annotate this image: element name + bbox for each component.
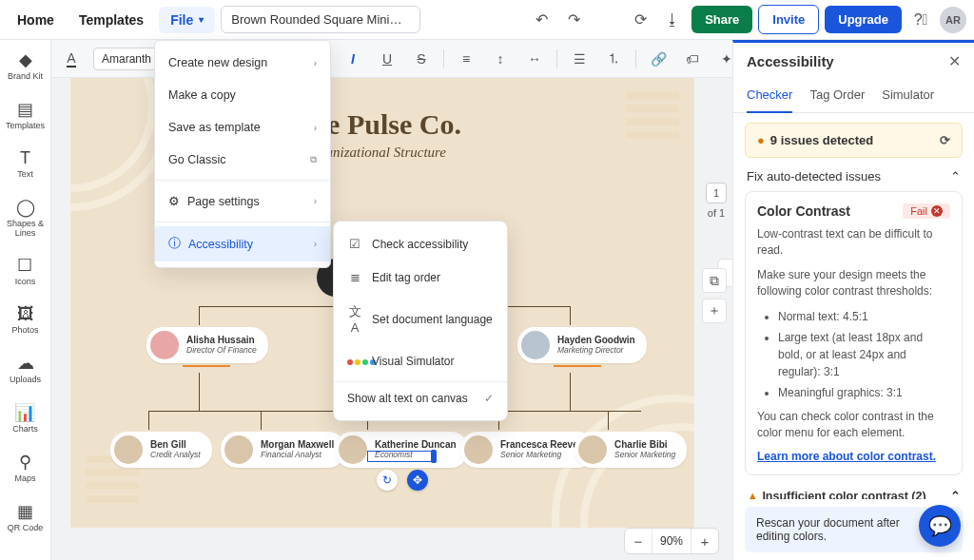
numbered-list-button[interactable]: ⒈ [601, 47, 626, 71]
org-line [570, 306, 571, 325]
sub-issue-header[interactable]: ▲Insufficient color contrast (2) ⌃ [745, 475, 963, 499]
selection-rect[interactable] [367, 451, 434, 462]
avatar [521, 331, 550, 359]
templates-icon: ▤ [17, 99, 33, 120]
file-page-settings[interactable]: ⚙Page settings› [155, 184, 330, 218]
underline-button[interactable]: U [375, 47, 399, 71]
undo-button[interactable]: ↶ [528, 7, 555, 33]
sidebar-qrcode[interactable]: ▦QR Code [6, 497, 46, 537]
sidebar-photos[interactable]: 🖼Photos [10, 300, 40, 339]
avatar [224, 435, 253, 464]
move-action-icon[interactable]: ✥ [407, 470, 428, 491]
org-card[interactable]: Katherine DuncanEconomist [335, 432, 468, 468]
org-line [199, 306, 200, 325]
accessibility-panel: Accessibility ✕ Checker Tag Order Simula… [732, 40, 974, 560]
tab-checker[interactable]: Checker [747, 80, 792, 113]
zoom-value[interactable]: 90% [652, 529, 692, 553]
accessibility-title: Accessibility [747, 53, 834, 69]
submenu-visual-simulator[interactable]: Visual Simulator [334, 344, 507, 377]
templates-link[interactable]: Templates [69, 7, 153, 33]
sidebar-charts[interactable]: 📊Charts [10, 398, 40, 438]
strikethrough-button[interactable]: S [409, 47, 434, 71]
zoom-in-button[interactable]: + [692, 529, 718, 553]
accessibility-submenu: ☑Check accessibility ≣Edit tag order 文AS… [333, 221, 508, 421]
chat-fab[interactable]: 💬 [919, 505, 961, 547]
bullet-list-button[interactable]: ☰ [567, 47, 592, 71]
resize-handle[interactable] [431, 450, 437, 463]
sidebar-brand-kit[interactable]: ◆Brand Kit [6, 46, 45, 86]
sidebar-icons[interactable]: ☐Icons [13, 251, 38, 291]
selection-actions: ↻ ✥ [377, 470, 428, 491]
refresh-issues-button[interactable]: ⟳ [940, 133, 950, 147]
tag-button[interactable]: 🏷 [680, 47, 705, 71]
sidebar-text[interactable]: TText [15, 145, 35, 183]
file-accessibility[interactable]: ⓘAccessibility› [155, 226, 330, 261]
line-height-button[interactable]: ↕ [488, 47, 513, 71]
accessibility-icon: ⓘ [168, 236, 181, 252]
sidebar-templates[interactable]: ▤Templates [4, 95, 47, 135]
file-save-template[interactable]: Save as template› [155, 111, 330, 144]
submenu-edit-tag-order[interactable]: ≣Edit tag order [334, 261, 507, 294]
close-button[interactable]: ✕ [948, 52, 961, 70]
submenu-check-accessibility[interactable]: ☑Check accessibility [334, 227, 507, 261]
file-go-classic[interactable]: Go Classic⧉ [155, 144, 330, 176]
shapes-icon: ◯ [16, 197, 35, 218]
chevron-right-icon: › [314, 239, 317, 249]
upgrade-button[interactable]: Upgrade [825, 6, 902, 33]
letter-spacing-button[interactable]: ↔ [522, 47, 547, 71]
left-sidebar: ◆Brand Kit ▤Templates TText ◯Shapes & Li… [0, 40, 51, 560]
fail-badge: Fail✕ [903, 203, 950, 219]
document-title-input[interactable]: Brown Rounded Square Minimalist... [221, 6, 420, 33]
help-icon[interactable]: ?⃝ [907, 7, 934, 33]
user-avatar[interactable]: AR [940, 7, 966, 33]
submenu-show-alt-text[interactable]: Show alt text on canvas✓ [334, 381, 507, 415]
org-card[interactable]: Hayden GoodwinMarketing Director [517, 327, 647, 363]
file-menu-button[interactable]: File ▾ [159, 7, 215, 33]
sidebar-uploads[interactable]: ☁Uploads [8, 349, 43, 389]
avatar [464, 435, 493, 464]
text-color-icon[interactable]: A [59, 47, 84, 71]
italic-button[interactable]: I [341, 47, 365, 71]
share-button[interactable]: Share [692, 6, 752, 33]
learn-more-link[interactable]: Learn more about color contrast. [757, 450, 936, 463]
fix-issues-header[interactable]: Fix auto-detected issues ⌃ [745, 158, 963, 191]
invite-button[interactable]: Invite [758, 5, 819, 34]
sync-icon[interactable]: ⟳ [627, 7, 653, 33]
list-icon: ≣ [347, 270, 362, 284]
file-label: File [170, 12, 193, 28]
file-dropdown: Create new design› Make a copy Save as t… [154, 40, 331, 268]
refresh-action-icon[interactable]: ↻ [377, 470, 398, 491]
zoom-out-button[interactable]: − [625, 529, 652, 553]
org-card[interactable]: Morgan MaxwellFinancial Analyst [221, 432, 345, 468]
cc-threshold-item: Meaningful graphics: 3:1 [778, 384, 950, 401]
file-create-new[interactable]: Create new design› [155, 47, 330, 79]
tab-tag-order[interactable]: Tag Order [809, 80, 865, 112]
sidebar-maps[interactable]: ⚲Maps [12, 448, 37, 488]
submenu-set-language[interactable]: 文ASet document language [334, 294, 507, 344]
page-number[interactable]: 1 [706, 183, 727, 203]
org-card[interactable]: Alisha HussainDirector Of Finance [146, 327, 268, 363]
check-icon: ☑ [347, 237, 362, 251]
color-contrast-card: Color Contrast Fail✕ Low-contrast text c… [745, 191, 963, 475]
copy-page-button[interactable]: ⧉ [702, 268, 727, 293]
chevron-down-icon: ▾ [199, 14, 204, 25]
align-button[interactable]: ≡ [454, 47, 478, 71]
download-icon[interactable]: ⭳ [659, 7, 686, 33]
redo-button[interactable]: ↷ [560, 7, 587, 33]
chevron-up-icon: ⌃ [950, 169, 961, 183]
add-page-button[interactable]: ＋ [702, 299, 727, 323]
language-icon: 文A [347, 303, 362, 335]
org-line [261, 411, 262, 430]
home-link[interactable]: Home [8, 7, 64, 33]
tab-simulator[interactable]: Simulator [882, 80, 934, 112]
org-card[interactable]: Charlie BibiSenior Marketing [575, 432, 687, 468]
qrcode-icon: ▦ [17, 501, 33, 522]
sidebar-shapes[interactable]: ◯Shapes & Lines [0, 193, 50, 242]
file-make-copy[interactable]: Make a copy [155, 79, 330, 111]
link-button[interactable]: 🔗 [646, 47, 671, 71]
text-icon: T [20, 148, 30, 168]
org-card[interactable]: Ben GillCredit Analyst [110, 432, 212, 468]
org-line [148, 411, 149, 430]
brand-kit-icon: ◆ [19, 49, 32, 70]
icons-icon: ☐ [17, 255, 32, 276]
